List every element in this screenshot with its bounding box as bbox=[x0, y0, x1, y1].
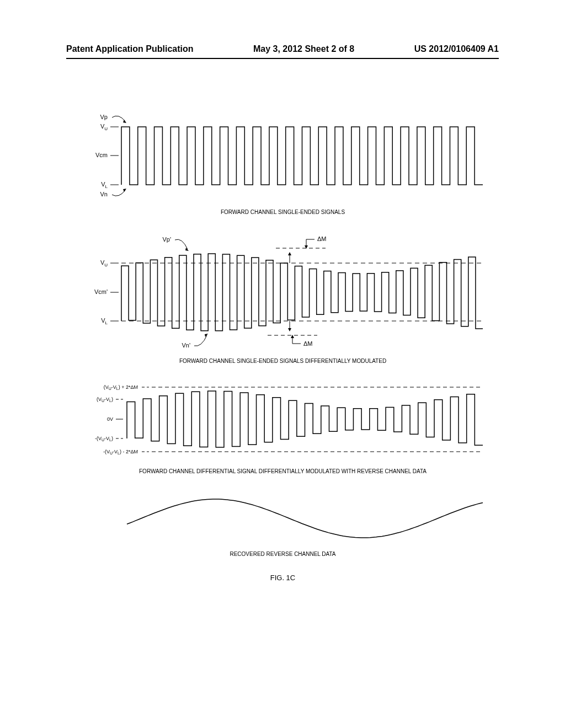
svg-text:Vp': Vp' bbox=[162, 236, 171, 243]
chart2-section: VU Vcm' VL Vp' Vn' ΔM ΔM bbox=[80, 232, 486, 364]
chart4-title: RECOVERED REVERSE CHANNEL DATA bbox=[80, 551, 486, 557]
svg-marker-29 bbox=[288, 328, 291, 331]
figure-label: FIG. 1C bbox=[80, 574, 486, 582]
chart4-svg bbox=[80, 491, 486, 546]
header-left: Patent Application Publication bbox=[66, 44, 194, 54]
chart3-section: (VU-VL) + 2*ΔM (VU-VL) 0V -(VU-VL) -(VU-… bbox=[80, 381, 486, 474]
chart1-section: Vp VU Vcm VL Vn FORWARD CHANNEL SINGLE-E… bbox=[80, 108, 486, 215]
svg-text:VL: VL bbox=[101, 181, 108, 189]
chart3-svg: (VU-VL) + 2*ΔM (VU-VL) 0V -(VU-VL) -(VU-… bbox=[80, 381, 486, 463]
svg-text:Vn': Vn' bbox=[182, 342, 190, 349]
chart3-title: FORWARD CHANNEL DIFFERENTIAL SIGNAL DIFF… bbox=[80, 468, 486, 474]
svg-text:-(VU-VL): -(VU-VL) bbox=[95, 436, 113, 442]
svg-text:VL: VL bbox=[101, 317, 108, 325]
chart1-title: FORWARD CHANNEL SINGLE-ENDED SIGNALS bbox=[80, 209, 486, 215]
svg-text:(VU-VL) + 2*ΔM: (VU-VL) + 2*ΔM bbox=[104, 384, 138, 390]
svg-text:ΔM: ΔM bbox=[317, 235, 327, 242]
chart2-svg: VU Vcm' VL Vp' Vn' ΔM ΔM bbox=[80, 232, 486, 353]
svg-marker-27 bbox=[288, 252, 291, 255]
svg-text:ΔM: ΔM bbox=[303, 340, 313, 347]
svg-text:VU: VU bbox=[100, 123, 108, 131]
svg-text:VU: VU bbox=[100, 259, 108, 267]
header-divider bbox=[66, 58, 499, 59]
header-center: May 3, 2012 Sheet 2 of 8 bbox=[253, 44, 354, 54]
svg-text:Vcm: Vcm bbox=[95, 152, 108, 158]
svg-text:(VU-VL): (VU-VL) bbox=[97, 397, 113, 403]
header-right: US 2012/0106409 A1 bbox=[414, 44, 499, 54]
svg-text:-(VU-VL) - 2*ΔM: -(VU-VL) - 2*ΔM bbox=[103, 449, 138, 455]
svg-text:Vp: Vp bbox=[100, 114, 108, 120]
figure-container: Vp VU Vcm VL Vn FORWARD CHANNEL SINGLE-E… bbox=[80, 108, 486, 582]
svg-text:Vcm': Vcm' bbox=[94, 288, 108, 295]
chart2-title: FORWARD CHANNEL SINGLE-ENDED SIGNALS DIF… bbox=[80, 358, 486, 364]
svg-text:Vn: Vn bbox=[100, 191, 108, 197]
chart1-svg: Vp VU Vcm VL Vn bbox=[80, 108, 486, 204]
svg-marker-9 bbox=[123, 189, 126, 192]
chart4-section: RECOVERED REVERSE CHANNEL DATA bbox=[80, 491, 486, 557]
svg-marker-8 bbox=[123, 120, 126, 123]
svg-text:0V: 0V bbox=[107, 416, 113, 422]
